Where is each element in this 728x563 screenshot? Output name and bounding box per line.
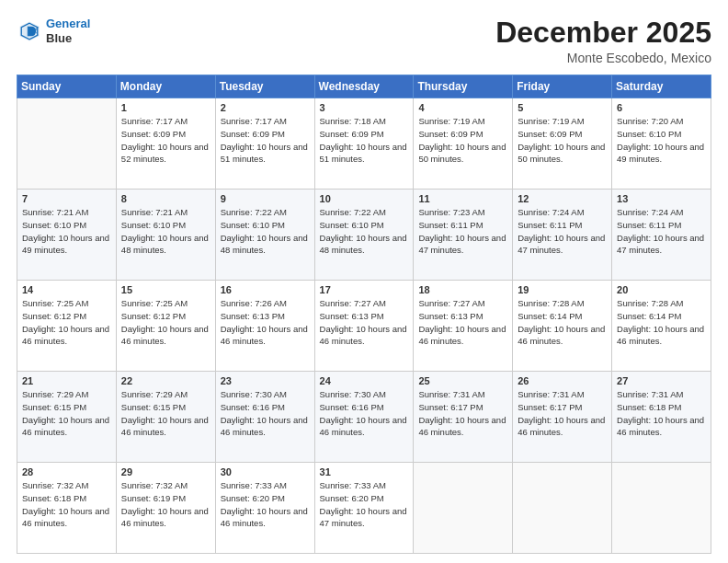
daylight-text: Daylight: 10 hours and 48 minutes. [121,233,209,256]
day-header-saturday: Saturday [612,75,711,98]
calendar-cell: 2Sunrise: 7:17 AMSunset: 6:09 PMDaylight… [215,98,314,190]
sunset-text: Sunset: 6:11 PM [518,220,582,230]
sunset-text: Sunset: 6:09 PM [121,129,186,139]
day-info: Sunrise: 7:28 AMSunset: 6:14 PMDaylight:… [518,297,607,348]
day-number: 28 [22,466,111,477]
logo-line1: General [46,17,90,30]
week-row-0: 1Sunrise: 7:17 AMSunset: 6:09 PMDaylight… [17,98,711,190]
day-number: 2 [221,102,310,113]
day-number: 26 [518,375,607,386]
calendar-cell: 12Sunrise: 7:24 AMSunset: 6:11 PMDayligh… [513,190,612,281]
sunrise-text: Sunrise: 7:24 AM [617,207,683,217]
day-info: Sunrise: 7:29 AMSunset: 6:15 PMDaylight:… [22,388,111,439]
sunrise-text: Sunrise: 7:22 AM [221,207,287,217]
header: General Blue December 2025 Monte Escobed… [17,17,711,65]
daylight-text: Daylight: 10 hours and 46 minutes. [221,324,308,347]
calendar-cell: 7Sunrise: 7:21 AMSunset: 6:10 PMDaylight… [17,190,117,281]
day-info: Sunrise: 7:26 AMSunset: 6:13 PMDaylight:… [221,297,310,348]
week-row-2: 14Sunrise: 7:25 AMSunset: 6:12 PMDayligh… [17,281,711,372]
day-header-wednesday: Wednesday [314,75,414,98]
day-info: Sunrise: 7:32 AMSunset: 6:19 PMDaylight:… [121,479,210,530]
day-number: 21 [22,375,111,386]
sunrise-text: Sunrise: 7:22 AM [320,207,386,217]
day-info: Sunrise: 7:21 AMSunset: 6:10 PMDaylight:… [22,206,111,257]
day-header-thursday: Thursday [414,75,513,98]
day-number: 11 [418,193,507,204]
sunset-text: Sunset: 6:14 PM [518,311,582,321]
day-info: Sunrise: 7:33 AMSunset: 6:20 PMDaylight:… [221,479,310,530]
day-info: Sunrise: 7:27 AMSunset: 6:13 PMDaylight:… [418,297,507,348]
sunset-text: Sunset: 6:20 PM [320,493,384,503]
day-info: Sunrise: 7:24 AMSunset: 6:11 PMDaylight:… [518,206,607,257]
day-info: Sunrise: 7:31 AMSunset: 6:17 PMDaylight:… [418,388,507,439]
sunrise-text: Sunrise: 7:25 AM [121,298,188,308]
daylight-text: Daylight: 10 hours and 46 minutes. [518,324,605,347]
daylight-text: Daylight: 10 hours and 47 minutes. [320,506,407,529]
day-number: 5 [518,102,607,113]
sunrise-text: Sunrise: 7:20 AM [617,116,683,126]
day-info: Sunrise: 7:28 AMSunset: 6:14 PMDaylight:… [617,297,706,348]
day-info: Sunrise: 7:23 AMSunset: 6:11 PMDaylight:… [418,206,507,257]
page: General Blue December 2025 Monte Escobed… [0,0,728,563]
sunset-text: Sunset: 6:16 PM [221,402,285,412]
calendar-cell: 8Sunrise: 7:21 AMSunset: 6:10 PMDaylight… [116,190,215,281]
day-number: 4 [418,102,507,113]
daylight-text: Daylight: 10 hours and 47 minutes. [418,233,506,256]
calendar-cell: 1Sunrise: 7:17 AMSunset: 6:09 PMDaylight… [116,98,215,190]
sunset-text: Sunset: 6:11 PM [418,220,483,230]
day-info: Sunrise: 7:29 AMSunset: 6:15 PMDaylight:… [121,388,210,439]
calendar-cell: 28Sunrise: 7:32 AMSunset: 6:18 PMDayligh… [17,463,117,554]
sunrise-text: Sunrise: 7:21 AM [121,207,188,217]
sunset-text: Sunset: 6:10 PM [221,220,285,230]
calendar-cell: 23Sunrise: 7:30 AMSunset: 6:16 PMDayligh… [215,372,314,463]
logo-line2: Blue [46,31,90,46]
sunrise-text: Sunrise: 7:31 AM [418,389,484,399]
daylight-text: Daylight: 10 hours and 46 minutes. [221,506,308,529]
calendar-cell: 5Sunrise: 7:19 AMSunset: 6:09 PMDaylight… [513,98,612,190]
week-row-1: 7Sunrise: 7:21 AMSunset: 6:10 PMDaylight… [17,190,711,281]
day-number: 1 [121,102,210,113]
calendar-cell: 18Sunrise: 7:27 AMSunset: 6:13 PMDayligh… [414,281,513,372]
location: Monte Escobedo, Mexico [495,51,711,65]
day-number: 20 [617,284,706,295]
calendar-cell: 14Sunrise: 7:25 AMSunset: 6:12 PMDayligh… [17,281,117,372]
sunset-text: Sunset: 6:10 PM [320,220,384,230]
day-info: Sunrise: 7:24 AMSunset: 6:11 PMDaylight:… [617,206,706,257]
calendar-cell: 25Sunrise: 7:31 AMSunset: 6:17 PMDayligh… [414,372,513,463]
calendar-cell: 21Sunrise: 7:29 AMSunset: 6:15 PMDayligh… [17,372,117,463]
daylight-text: Daylight: 10 hours and 51 minutes. [320,142,407,165]
day-number: 18 [418,284,507,295]
calendar-cell: 19Sunrise: 7:28 AMSunset: 6:14 PMDayligh… [513,281,612,372]
sunrise-text: Sunrise: 7:31 AM [518,389,584,399]
day-info: Sunrise: 7:17 AMSunset: 6:09 PMDaylight:… [221,115,310,166]
daylight-text: Daylight: 10 hours and 51 minutes. [221,142,308,165]
day-info: Sunrise: 7:19 AMSunset: 6:09 PMDaylight:… [418,115,507,166]
sunrise-text: Sunrise: 7:31 AM [617,389,683,399]
day-info: Sunrise: 7:31 AMSunset: 6:18 PMDaylight:… [617,388,706,439]
sunset-text: Sunset: 6:13 PM [221,311,285,321]
sunset-text: Sunset: 6:09 PM [320,129,384,139]
sunrise-text: Sunrise: 7:28 AM [617,298,683,308]
logo: General Blue [17,17,90,45]
day-header-tuesday: Tuesday [215,75,314,98]
calendar-cell: 31Sunrise: 7:33 AMSunset: 6:20 PMDayligh… [314,463,414,554]
day-info: Sunrise: 7:33 AMSunset: 6:20 PMDaylight:… [320,479,409,530]
sunset-text: Sunset: 6:10 PM [22,220,86,230]
day-number: 30 [221,466,310,477]
sunrise-text: Sunrise: 7:18 AM [320,116,386,126]
title-block: December 2025 Monte Escobedo, Mexico [495,17,711,65]
calendar-cell: 10Sunrise: 7:22 AMSunset: 6:10 PMDayligh… [314,190,414,281]
sunset-text: Sunset: 6:14 PM [617,311,681,321]
daylight-text: Daylight: 10 hours and 49 minutes. [22,233,109,256]
calendar-cell: 27Sunrise: 7:31 AMSunset: 6:18 PMDayligh… [612,372,711,463]
sunrise-text: Sunrise: 7:25 AM [22,298,88,308]
daylight-text: Daylight: 10 hours and 52 minutes. [121,142,209,165]
daylight-text: Daylight: 10 hours and 46 minutes. [617,415,704,438]
sunrise-text: Sunrise: 7:29 AM [22,389,88,399]
daylight-text: Daylight: 10 hours and 46 minutes. [418,415,506,438]
day-info: Sunrise: 7:18 AMSunset: 6:09 PMDaylight:… [320,115,409,166]
calendar-cell: 22Sunrise: 7:29 AMSunset: 6:15 PMDayligh… [116,372,215,463]
day-info: Sunrise: 7:27 AMSunset: 6:13 PMDaylight:… [320,297,409,348]
day-header-monday: Monday [116,75,215,98]
sunrise-text: Sunrise: 7:33 AM [320,480,386,490]
